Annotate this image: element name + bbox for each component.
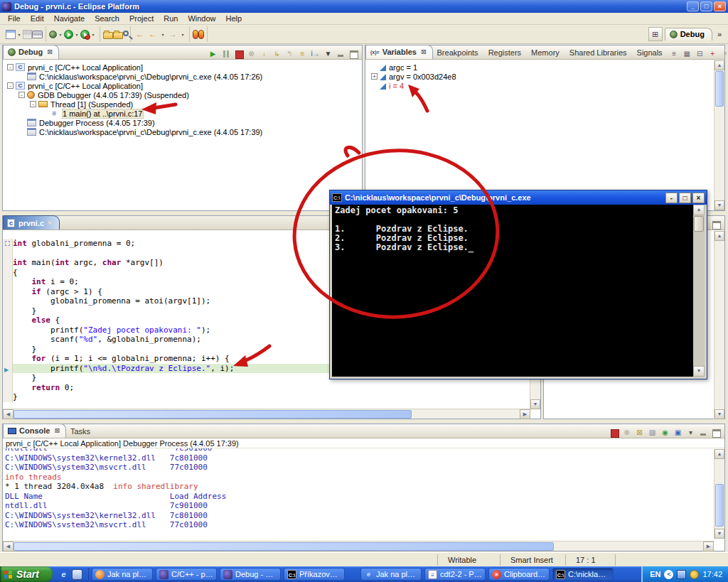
tree-row[interactable]: -prvni_c [C/C++ Local Application]: [4, 81, 360, 90]
taskbar-button-clipboard-irf[interactable]: ×Clipboard - Irf...: [488, 568, 550, 581]
editor-gutter[interactable]: [3, 258, 13, 268]
show-type-names-icon[interactable]: ≡: [668, 48, 680, 59]
cmd-scrollbar[interactable]: ▲ ▼: [693, 205, 705, 377]
close-editor-icon[interactable]: ×: [48, 219, 52, 227]
editor-gutter[interactable]: [3, 268, 13, 278]
taskbar-button-jak-na-plugin[interactable]: Jak na plugin ...: [92, 568, 153, 581]
perspective-tab-debug[interactable]: Debug: [665, 28, 712, 41]
taskbar-button-p-kazov-dek[interactable]: C:\Příkazový řádek: [284, 568, 345, 581]
console-vertical-scrollbar[interactable]: ▲ ▼: [714, 449, 724, 539]
instruction-stepping-icon[interactable]: i→: [309, 48, 321, 59]
save-icon[interactable]: [23, 30, 32, 39]
tree-row[interactable]: C:\nicklaus\workspace\prvni_c\Debug\prvn…: [4, 127, 360, 136]
editor-gutter[interactable]: [3, 306, 13, 316]
variable-row[interactable]: +argv = 0x003d24e8: [367, 72, 723, 81]
cmd-close-button[interactable]: ×: [692, 193, 705, 203]
step-into-icon[interactable]: ↓: [258, 48, 270, 59]
open-type-icon[interactable]: [103, 32, 113, 39]
tab-signals[interactable]: Signals: [633, 47, 668, 59]
back-icon[interactable]: ←: [146, 28, 159, 41]
cmd-titlebar[interactable]: C:\ C:\nicklaus\workspace\prvni_c\Debug\…: [330, 190, 707, 205]
collapse-all-icon[interactable]: ⊟: [694, 48, 706, 59]
editor-gutter[interactable]: [3, 277, 13, 287]
tree-expander[interactable]: +: [371, 73, 378, 80]
security-key-icon[interactable]: [690, 570, 699, 579]
print-icon[interactable]: [32, 31, 43, 38]
editor-gutter[interactable]: [3, 325, 13, 335]
tab-debug[interactable]: Debug ⊠: [3, 45, 59, 59]
tab-registers[interactable]: Registers: [484, 47, 527, 59]
show-logical-structure-icon[interactable]: ▦: [681, 48, 693, 59]
scroll-lock-icon[interactable]: ⊠: [633, 426, 646, 438]
pin-console-icon[interactable]: ◉: [659, 426, 671, 438]
editor-gutter[interactable]: [3, 296, 13, 306]
dropdown-icon[interactable]: ▾: [16, 28, 23, 41]
hide-icons-chevron-icon[interactable]: <: [664, 570, 673, 579]
console-horizontal-scrollbar[interactable]: ◀ ▶: [3, 541, 714, 551]
open-perspective-button[interactable]: ⊞: [648, 27, 663, 41]
tree-expander[interactable]: -: [18, 92, 25, 98]
menu-run[interactable]: Run: [159, 14, 183, 23]
minimize-icon[interactable]: [335, 48, 347, 59]
new-watch-expression-icon[interactable]: +: [707, 48, 719, 59]
last-edit-icon[interactable]: ←: [134, 28, 146, 41]
tree-expander[interactable]: -: [7, 82, 14, 89]
disconnect-icon[interactable]: ⊗: [245, 48, 257, 59]
step-return-icon[interactable]: ↰: [284, 48, 296, 59]
open-resource-icon[interactable]: [113, 32, 123, 39]
close-tab-icon[interactable]: ⊠: [421, 48, 427, 55]
internet-explorer-icon[interactable]: e: [58, 569, 69, 580]
variable-row[interactable]: argc = 1: [367, 63, 723, 72]
tab-shared-libraries[interactable]: Shared Libraries: [565, 47, 633, 59]
close-tab-icon[interactable]: ⊠: [47, 48, 53, 55]
forward-icon[interactable]: →: [166, 28, 179, 41]
dropdown-icon[interactable]: ▾: [179, 28, 186, 41]
cmd-output[interactable]: Zadej pocet opakovani: 5 1. Pozdrav z Ec…: [332, 205, 705, 377]
search-icon[interactable]: [123, 31, 129, 36]
console-output[interactable]: ntdll.dll 7c901000C:\WINDOWS\system32\ke…: [3, 448, 724, 527]
terminate-icon[interactable]: [608, 426, 620, 438]
editor-gutter[interactable]: [3, 354, 13, 364]
maximize-icon[interactable]: [710, 218, 722, 230]
new-wizard-icon[interactable]: [6, 30, 16, 39]
tab-variables[interactable]: (x)=Variables⊠: [365, 45, 433, 59]
dropdown-icon[interactable]: ▾: [73, 28, 80, 41]
variables-vertical-scrollbar[interactable]: ▲ ▼: [714, 60, 724, 210]
menu-edit[interactable]: Edit: [26, 14, 49, 23]
remove-launch-icon[interactable]: ⊗: [621, 426, 633, 438]
tree-row[interactable]: 1 main() at ..\prvni.c:17: [4, 109, 360, 118]
window-minimize-button[interactable]: _: [687, 1, 699, 11]
menu-navigate[interactable]: Navigate: [49, 14, 90, 23]
step-over-icon[interactable]: ↳: [271, 48, 283, 59]
cmd-maximize-button[interactable]: □: [679, 193, 691, 203]
network-icon[interactable]: [677, 570, 686, 579]
taskbar-button-c-c-prvni[interactable]: C/C++ - prvni...: [156, 568, 217, 581]
remove-icon[interactable]: ×: [719, 48, 728, 59]
taskbar-button-debug-prvni[interactable]: Debug - prvni...: [220, 568, 281, 581]
language-indicator[interactable]: EN: [650, 570, 660, 578]
editor-gutter[interactable]: [3, 392, 13, 402]
editor-gutter[interactable]: [3, 383, 13, 393]
tree-expander[interactable]: -: [30, 101, 36, 107]
editor-gutter[interactable]: ▶: [3, 364, 13, 374]
taskbar-button-c-nicklaus-w[interactable]: C:\C:\nicklaus\w...: [552, 568, 614, 581]
close-tab-icon[interactable]: ⊠: [54, 427, 60, 434]
editor-gutter[interactable]: [3, 335, 13, 345]
tab-breakpoints[interactable]: Breakpoints: [433, 47, 484, 59]
menu-search[interactable]: Search: [90, 14, 124, 23]
tree-expander[interactable]: -: [7, 64, 14, 70]
window-titlebar[interactable]: Debug - prvni.c - Eclipse Platform _ □ ×: [0, 0, 728, 13]
step-filters-icon[interactable]: ≡: [296, 48, 309, 59]
tree-row[interactable]: C:\nicklaus\workspace\prvni_c\Debug\prvn…: [4, 72, 360, 81]
taskbar-button-jak-na-plugin[interactable]: eJak na plugin ...: [360, 568, 422, 581]
outline-vertical-scrollbar[interactable]: ▲ ▼: [714, 231, 724, 419]
suspend-icon[interactable]: [220, 48, 232, 59]
show-desktop-icon[interactable]: [72, 569, 82, 580]
external-tool-icon-2[interactable]: [198, 30, 204, 39]
maximize-icon[interactable]: [348, 48, 360, 59]
editor-gutter[interactable]: [3, 249, 13, 259]
minimize-icon[interactable]: [697, 426, 710, 438]
clear-console-icon[interactable]: ▨: [646, 426, 658, 438]
dropdown-icon[interactable]: ▾: [90, 28, 97, 41]
run-icon[interactable]: [64, 30, 73, 39]
